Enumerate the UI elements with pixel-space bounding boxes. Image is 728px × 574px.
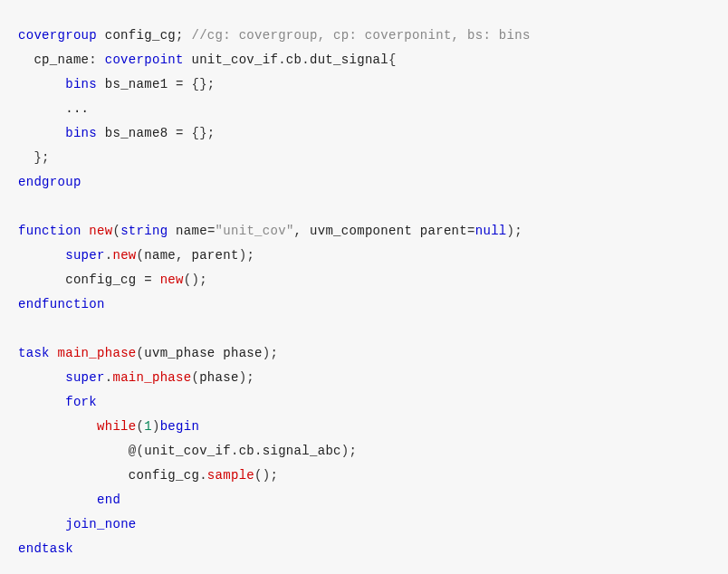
code-token: . [231, 444, 239, 458]
code-token: (); [254, 468, 278, 483]
code-token: sample [207, 468, 254, 483]
code-token: 1 [144, 419, 152, 434]
code-token: unit_cov_if [184, 53, 278, 67]
code-line: while(1)begin [18, 415, 710, 439]
code-line: task main_phase(uvm_phase phase); [18, 341, 710, 366]
code-token: . [302, 53, 310, 67]
code-token: fork [65, 395, 97, 409]
code-token: cb [286, 53, 302, 67]
code-line: super.main_phase(phase); [18, 366, 710, 390]
code-token: unit_cov_if [144, 444, 231, 458]
code-token [18, 493, 97, 507]
code-token: bs_name8 [97, 126, 176, 140]
code-token: ; [176, 28, 191, 43]
code-token: null [475, 224, 507, 238]
code-token: //cg: covergroup, cp: coverponint, bs: b… [191, 28, 530, 43]
code-token: bins [65, 126, 97, 140]
code-token: main_phase [112, 370, 191, 385]
code-token: new [112, 248, 136, 263]
code-token: config_cg [18, 468, 199, 483]
code-token: phase [199, 370, 239, 385]
code-line: super.new(name, parent); [18, 244, 710, 268]
code-line: cp_name: coverpoint unit_cov_if.cb.dut_s… [18, 48, 710, 72]
code-block: covergroup config_cg; //cg: covergroup, … [18, 24, 710, 561]
code-line: bins bs_name8 = {}; [18, 121, 710, 146]
code-token: bs_name1 [97, 77, 176, 91]
code-token [18, 444, 129, 458]
code-token: ); [507, 224, 522, 238]
code-token [18, 370, 65, 385]
code-token: config_cg [97, 28, 176, 43]
code-token: . [199, 468, 207, 483]
code-line: bins bs_name1 = {}; [18, 72, 710, 97]
code-token: end [97, 493, 120, 507]
code-line: end [18, 488, 710, 512]
code-token: ... [18, 101, 89, 116]
code-token: ); [239, 370, 254, 385]
code-token: super [65, 370, 105, 385]
code-token: main_phase [58, 346, 137, 360]
code-token: , [176, 248, 191, 263]
code-line: @(unit_cov_if.cb.signal_abc); [18, 439, 710, 464]
code-token: name [168, 224, 207, 238]
code-token: = {}; [176, 77, 216, 91]
code-line: endtask [18, 537, 710, 561]
code-token: }; [18, 150, 50, 165]
code-token: ); [239, 248, 254, 263]
code-token: , [294, 224, 310, 238]
code-token: ( [137, 346, 145, 360]
code-token: . [278, 53, 286, 67]
code-line [18, 317, 710, 341]
code-token [50, 346, 58, 360]
code-token [18, 419, 97, 434]
code-token: name [144, 248, 176, 263]
code-token: join_none [65, 517, 136, 531]
code-token: endgroup [18, 175, 81, 189]
code-token: string [120, 224, 168, 238]
code-token: begin [160, 419, 200, 434]
code-token: ( [191, 370, 199, 385]
code-token: { [388, 53, 397, 67]
code-token: ) [152, 419, 160, 434]
code-token: ( [112, 224, 120, 238]
code-token: dut_signal [310, 53, 388, 67]
code-token [18, 395, 65, 409]
code-token [18, 248, 65, 263]
code-line: }; [18, 146, 710, 170]
code-line: endgroup [18, 170, 710, 195]
code-line: ... [18, 97, 710, 121]
code-line: function new(string name="unit_cov", uvm… [18, 219, 710, 244]
code-line: fork [18, 390, 710, 415]
code-token: uvm_component parent [310, 224, 467, 238]
code-token: @( [129, 444, 144, 458]
code-token: = {}; [176, 126, 216, 140]
code-token: cp_name [18, 53, 89, 67]
code-token: covergroup [18, 28, 97, 43]
code-token: new [160, 273, 184, 287]
code-token [18, 77, 65, 91]
code-token: super [65, 248, 105, 263]
code-token: ( [137, 419, 145, 434]
code-line: covergroup config_cg; //cg: covergroup, … [18, 24, 710, 48]
code-token: . [254, 444, 263, 458]
code-token: new [89, 224, 112, 238]
code-token: function [18, 224, 81, 238]
code-token: endtask [18, 541, 73, 556]
code-token: = [144, 273, 159, 287]
code-token: cb [239, 444, 254, 458]
code-token [18, 517, 65, 531]
code-token: coverpoint [105, 53, 184, 67]
code-line: endfunction [18, 292, 710, 317]
code-token: ( [137, 248, 145, 263]
code-token: config_cg [18, 273, 144, 287]
code-line: config_cg.sample(); [18, 464, 710, 488]
code-token: endfunction [18, 297, 105, 311]
code-token: (); [184, 273, 207, 287]
code-line: join_none [18, 512, 710, 537]
code-token: = [467, 224, 475, 238]
code-token: "unit_cov" [216, 224, 294, 238]
code-token: : [89, 53, 104, 67]
code-token: signal_abc [263, 444, 341, 458]
code-token: bins [65, 77, 97, 91]
code-token: task [18, 346, 50, 360]
